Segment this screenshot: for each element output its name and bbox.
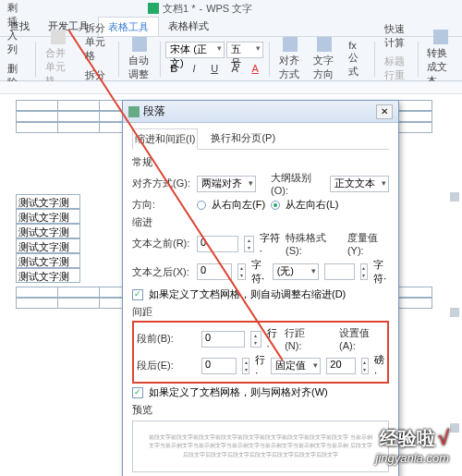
dialog-titlebar[interactable]: 段落 ✕	[123, 101, 398, 123]
setting-label: 设置值(A):	[339, 326, 384, 351]
app-name: WPS 文字	[206, 2, 252, 16]
autofit-button[interactable]: 自动调整	[125, 35, 154, 83]
underline-button[interactable]: U	[206, 60, 223, 77]
dir-ltr-radio[interactable]	[271, 201, 280, 210]
align-label: 对齐方式(G):	[132, 177, 191, 190]
font-color-button[interactable]: A	[247, 60, 263, 77]
space-after-label: 段后(E):	[137, 359, 196, 372]
after-text-label: 文本之后(X):	[132, 265, 191, 279]
outline-label: 大纲级别(O):	[271, 171, 324, 196]
tab-indent-spacing[interactable]: 缩进和间距(I)	[132, 128, 198, 150]
vertical-scrollbar[interactable]	[449, 192, 460, 433]
auto-indent-checkbox[interactable]	[132, 289, 143, 300]
space-before-input[interactable]: 0	[201, 331, 245, 348]
text-dir-button[interactable]: 文字方向	[310, 35, 339, 83]
group-preview: 预览	[132, 403, 389, 417]
merge-cells-button: 合并单元格	[42, 28, 77, 90]
measure-spinner[interactable]: ▴▾	[360, 263, 369, 280]
before-text-label: 文本之前(R):	[132, 237, 191, 250]
group-general: 常规	[132, 155, 389, 169]
dialog-title: 段落	[143, 104, 376, 119]
doc-name: 文档1 *	[163, 2, 195, 16]
font-size-select[interactable]: 五号	[226, 42, 263, 58]
line-spacing-label: 行距(N):	[285, 326, 321, 351]
watermark: 经验啦 √ jingyanla.com	[376, 426, 450, 465]
before-text-spinner[interactable]: ▴▾	[244, 236, 254, 252]
snap-grid-label: 如果定义了文档网格，则与网格对齐(W)	[149, 385, 328, 399]
app-titlebar: 文档1 * - WPS 文字	[0, 0, 462, 17]
close-button[interactable]: ✕	[376, 104, 393, 119]
tab-table-style[interactable]: 表格样式	[159, 17, 218, 36]
dialog-tabs: 缩进和间距(I) 换行和分页(P)	[132, 128, 389, 150]
doc-icon	[148, 3, 159, 14]
after-text-input[interactable]: 0	[197, 263, 232, 280]
check-icon: √	[438, 426, 449, 449]
font-name-select[interactable]: 宋体 (正文)	[165, 42, 225, 58]
group-spacing: 间距	[132, 305, 389, 319]
paragraph-dialog: 段落 ✕ 缩进和间距(I) 换行和分页(P) 常规 对齐方式(G): 两端对齐 …	[122, 100, 399, 476]
special-label: 特殊格式(S):	[286, 231, 336, 256]
ribbon: 剩插入列 删除入列 合并单元格 拆分单元格 拆分表格 自动调整 宋体 (正文) …	[0, 37, 462, 81]
preview-text: 前段文字前段文字前段文字前段文字前段文字前段文字前段文字前段文字前段文字 当前示…	[147, 433, 375, 460]
formula-button[interactable]: fx 公式	[345, 38, 369, 80]
dir-rtl-radio[interactable]	[197, 201, 206, 210]
highlighted-spacing-area: 段前(B): 0 ▴▾ 行· 行距(N): 设置值(A): 段后(E): 0 ▴…	[132, 321, 389, 384]
align-icon	[283, 37, 298, 52]
measure-label: 度量值(Y):	[347, 231, 389, 256]
space-after-input[interactable]: 0	[201, 358, 237, 374]
snap-grid-checkbox[interactable]	[132, 387, 143, 398]
horizontal-ruler	[0, 81, 462, 94]
align-select[interactable]: 两端对齐	[197, 176, 256, 192]
special-select[interactable]: (无)	[273, 263, 319, 280]
before-text-input[interactable]: 0	[197, 236, 238, 252]
quick-calc-button[interactable]: 快速计算	[381, 20, 412, 52]
text-dir-icon	[317, 37, 332, 52]
space-after-spinner[interactable]: ▴▾	[242, 358, 249, 374]
tab-line-page[interactable]: 换行和分页(P)	[209, 128, 277, 149]
merge-icon	[51, 30, 66, 44]
setting-value-input[interactable]: 20	[326, 358, 355, 374]
auto-indent-label: 如果定义了文档网格，则自动调整右缩进(D)	[149, 287, 346, 301]
measure-input[interactable]	[324, 263, 355, 280]
space-before-label: 段前(B):	[137, 332, 196, 346]
split-cell-button[interactable]: 拆分单元格	[81, 19, 113, 65]
direction-label: 方向:	[132, 198, 191, 212]
group-indent: 缩进	[132, 215, 389, 229]
window-icon	[128, 106, 140, 117]
italic-button[interactable]: I	[186, 60, 202, 77]
preview-box: 前段文字前段文字前段文字前段文字前段文字前段文字前段文字前段文字前段文字 当前示…	[132, 421, 389, 472]
convert-icon	[433, 30, 448, 44]
align-button[interactable]: 对齐方式	[275, 35, 305, 83]
insert-row-button[interactable]: 剩插入列	[4, 0, 30, 58]
autofit-icon	[132, 37, 147, 52]
outline-select[interactable]: 正文文本	[330, 176, 389, 192]
convert-text-button[interactable]: 转换成文本	[423, 28, 458, 90]
line-spacing-select[interactable]: 固定值	[271, 358, 321, 374]
space-before-spinner[interactable]: ▴▾	[250, 331, 261, 348]
after-text-spinner[interactable]: ▴▾	[237, 263, 246, 280]
setting-spinner[interactable]: ▴▾	[361, 358, 369, 374]
